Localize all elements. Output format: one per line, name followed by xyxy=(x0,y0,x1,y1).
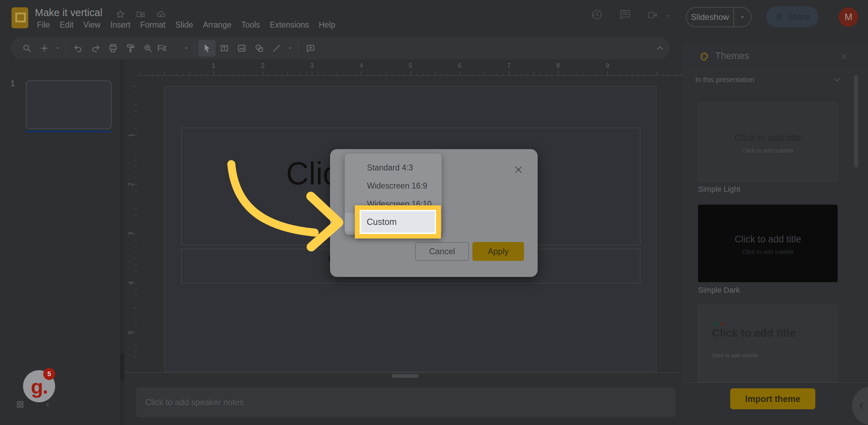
share-label: Share xyxy=(787,12,810,22)
slideshow-caret-icon[interactable] xyxy=(734,14,751,21)
hruler-number: 6 xyxy=(458,62,462,69)
vruler-number: 1 xyxy=(127,133,134,137)
insert-shape-icon[interactable] xyxy=(250,40,268,57)
hruler-number: 9 xyxy=(606,62,609,69)
guidde-step-badge: 5 xyxy=(43,368,55,380)
hruler-number: 7 xyxy=(507,62,511,69)
chevron-down-icon[interactable] xyxy=(832,75,841,84)
insert-image-icon[interactable] xyxy=(233,40,250,57)
custom-option-label: Custom xyxy=(367,217,397,227)
hruler-number: 2 xyxy=(261,62,264,69)
star-icon[interactable] xyxy=(115,9,126,20)
themes-panel: Themes In this presentation Click to add… xyxy=(682,43,868,425)
text-box-icon[interactable] xyxy=(216,40,233,57)
document-title[interactable]: Make it vertical xyxy=(35,7,102,19)
move-folder-icon[interactable] xyxy=(135,9,146,20)
apply-button[interactable]: Apply xyxy=(472,242,524,261)
close-dialog-icon[interactable] xyxy=(513,164,524,175)
in-this-presentation-row[interactable]: In this presentation xyxy=(682,70,868,90)
meet-video-icon[interactable] xyxy=(646,8,659,22)
lock-icon xyxy=(775,12,784,21)
comments-icon[interactable] xyxy=(618,8,632,22)
vruler-number: 4 xyxy=(127,281,134,285)
hruler-number: 3 xyxy=(310,62,314,69)
vertical-ruler: 12345 xyxy=(128,76,137,372)
menu-item-help[interactable]: Help xyxy=(314,19,340,31)
toolbar: Fit xyxy=(10,37,670,59)
theme-subtitle-text: Click to add subtitle xyxy=(712,353,758,358)
zoom-select[interactable]: Fit xyxy=(157,44,166,53)
theme-subtitle-text: Click to add subtitle xyxy=(698,147,837,154)
dropdown-option-custom[interactable]: Custom xyxy=(360,210,436,234)
collapse-filmstrip-icon[interactable] xyxy=(44,401,52,409)
theme-title-text: Click to add title xyxy=(712,327,795,339)
slideshow-label[interactable]: Slideshow xyxy=(687,12,733,22)
dropdown-option-standard-4-3[interactable]: Standard 4:3 xyxy=(345,159,442,177)
hruler-number: 8 xyxy=(556,62,560,69)
new-slide-icon[interactable] xyxy=(36,40,53,57)
close-themes-panel-icon[interactable] xyxy=(839,51,849,62)
slides-logo-icon[interactable] xyxy=(12,7,28,28)
cancel-button[interactable]: Cancel xyxy=(415,242,469,261)
vruler-number: 5 xyxy=(127,330,134,334)
speaker-notes-box[interactable]: Click to add speaker notes xyxy=(136,387,675,417)
toolbar-divider xyxy=(66,42,66,55)
theme-label: Simple Dark xyxy=(698,286,740,295)
section-label: In this presentation xyxy=(695,76,754,84)
dropdown-option-widescreen-16-9[interactable]: Widescreen 16:9 xyxy=(345,177,442,195)
vruler-number: 3 xyxy=(127,232,134,235)
cloud-saved-icon[interactable] xyxy=(156,9,166,20)
menu-item-extensions[interactable]: Extensions xyxy=(265,19,314,31)
theme-card-accent[interactable]: Click to add title Click to add subtitle xyxy=(698,305,838,382)
new-slide-caret-icon[interactable] xyxy=(53,40,62,57)
menu-item-slide[interactable]: Slide xyxy=(171,19,198,31)
menu-item-tools[interactable]: Tools xyxy=(237,19,265,31)
slide-thumbnail[interactable] xyxy=(26,80,112,129)
select-tool-icon[interactable] xyxy=(198,40,216,57)
print-icon[interactable] xyxy=(104,40,122,57)
undo-icon[interactable] xyxy=(69,40,87,57)
theme-title-text: Click to add title xyxy=(698,234,838,245)
share-button[interactable]: Share xyxy=(766,6,818,27)
collapse-toolbar-icon[interactable] xyxy=(655,43,665,53)
menu-item-view[interactable]: View xyxy=(78,19,105,31)
slide-number: 1 xyxy=(10,79,15,88)
theme-card-simple-dark[interactable]: Click to add title Click to add subtitle xyxy=(698,205,838,282)
filmstrip-scrollbar-thumb[interactable] xyxy=(120,353,124,381)
add-comment-icon[interactable] xyxy=(302,40,319,57)
line-caret-icon[interactable] xyxy=(285,40,294,57)
palette-icon xyxy=(699,51,710,62)
themes-panel-title: Themes xyxy=(715,51,749,61)
menu-item-edit[interactable]: Edit xyxy=(55,19,78,31)
menu-item-insert[interactable]: Insert xyxy=(105,19,135,31)
search-menus-icon[interactable] xyxy=(18,40,36,57)
grid-view-icon[interactable] xyxy=(15,400,25,409)
insert-line-icon[interactable] xyxy=(268,40,285,57)
redo-icon[interactable] xyxy=(87,40,104,57)
import-theme-button[interactable]: Import theme xyxy=(730,388,815,409)
paint-format-icon[interactable] xyxy=(122,40,139,57)
menu-item-format[interactable]: Format xyxy=(135,19,171,31)
canvas-horizontal-scrollbar[interactable] xyxy=(392,374,419,378)
hruler-number: 4 xyxy=(359,62,363,69)
menu-bar: FileEditViewInsertFormatSlideArrangeTool… xyxy=(32,19,340,31)
theme-label: Simple Light xyxy=(698,185,740,194)
menu-item-arrange[interactable]: Arrange xyxy=(198,19,237,31)
toolbar-divider xyxy=(194,42,195,55)
hruler-number: 1 xyxy=(212,62,215,69)
theme-subtitle-text: Click to add subtitle xyxy=(698,249,838,256)
slideshow-button[interactable]: Slideshow xyxy=(686,7,751,27)
zoom-icon[interactable] xyxy=(139,40,157,57)
menu-item-file[interactable]: File xyxy=(32,19,55,31)
account-avatar[interactable]: M xyxy=(839,7,858,27)
themes-panel-header: Themes xyxy=(682,43,868,70)
version-history-icon[interactable] xyxy=(590,8,604,22)
theme-accent-dash xyxy=(712,323,720,325)
notes-divider[interactable] xyxy=(124,372,678,373)
themes-panel-footer: Import theme xyxy=(682,382,868,425)
theme-card-simple-light[interactable]: Click to add title Click to add subtitle xyxy=(698,102,838,182)
toolbar-divider xyxy=(298,42,298,55)
zoom-caret-icon[interactable] xyxy=(182,40,191,57)
meet-dropdown-caret-icon[interactable] xyxy=(665,13,672,20)
panel-scrollbar-thumb[interactable] xyxy=(854,75,858,168)
